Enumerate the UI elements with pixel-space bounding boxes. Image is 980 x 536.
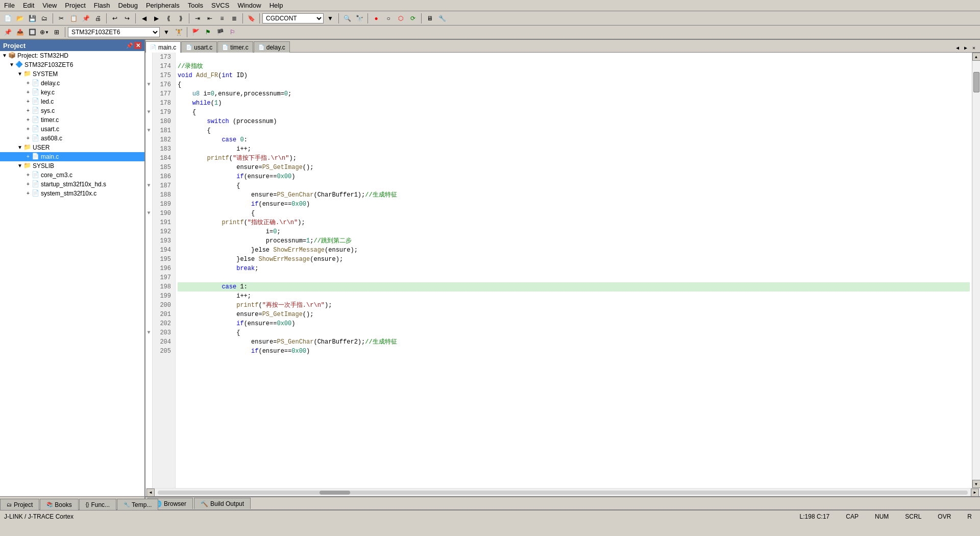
tab-books[interactable]: 📚 Books: [40, 499, 78, 510]
expand-icon[interactable]: +: [24, 98, 32, 105]
hscrollbar[interactable]: ◀ ▶: [145, 488, 980, 496]
device-combo-arrow[interactable]: ▼: [161, 27, 172, 38]
combo-arrow[interactable]: ▼: [325, 13, 336, 24]
expand-icon[interactable]: ▼: [8, 61, 15, 68]
expand-icon[interactable]: +: [24, 126, 32, 133]
tree-item-system-stm32[interactable]: + 📄 system_stm32f10x.c: [0, 189, 144, 198]
code-editor[interactable]: ▼ ▼ ▼ ▼ ▼: [145, 53, 980, 488]
indent2-btn[interactable]: ≡: [216, 13, 228, 24]
fold-181[interactable]: ▼: [145, 126, 152, 135]
tree-item-system[interactable]: ▼ 📁 SYSTEM: [0, 69, 144, 79]
flag-btn[interactable]: 🚩: [190, 27, 201, 38]
hscroll-right-btn[interactable]: ▶: [971, 489, 979, 497]
tree-item-syslib[interactable]: ▼ 📁 SYSLIB: [0, 161, 144, 170]
view-btn[interactable]: 🖥: [424, 13, 435, 24]
nav-back-btn[interactable]: ◀: [138, 13, 150, 24]
unindent-btn[interactable]: ⇤: [204, 13, 215, 24]
save-btn[interactable]: 💾: [27, 13, 38, 24]
fold-179[interactable]: ▼: [145, 108, 152, 117]
browse-btn[interactable]: 🔭: [354, 13, 365, 24]
tab-delay-c[interactable]: 📄 delay.c: [254, 41, 290, 53]
tab-functions[interactable]: {} Func...: [79, 499, 116, 510]
undo-btn[interactable]: ↩: [109, 13, 120, 24]
flag4-btn[interactable]: ⚐: [227, 27, 238, 38]
pause-btn[interactable]: ○: [383, 13, 394, 24]
pin-icon[interactable]: 📌: [126, 42, 133, 49]
tree-item-sys[interactable]: + 📄 sys.c: [0, 106, 144, 115]
flag2-btn[interactable]: ⚑: [202, 27, 213, 38]
reset-btn[interactable]: ⟳: [407, 13, 419, 24]
toolbar2-btn4[interactable]: ⊕▼: [39, 27, 50, 38]
indent-btn[interactable]: ⇥: [192, 13, 203, 24]
menu-view[interactable]: View: [38, 1, 61, 10]
toolbar2-btn5[interactable]: ⊞: [51, 27, 62, 38]
tab-left-btn[interactable]: ◀: [953, 44, 962, 52]
tree-item-main[interactable]: + 📄 main.c: [0, 152, 144, 161]
cut-btn[interactable]: ✂: [56, 13, 67, 24]
menu-file[interactable]: File: [0, 1, 19, 10]
expand-icon[interactable]: +: [24, 172, 32, 179]
expand-icon[interactable]: +: [24, 80, 32, 87]
toolbar2-btn1[interactable]: 📌: [2, 27, 13, 38]
menu-svcs[interactable]: SVCS: [207, 1, 233, 10]
menu-help[interactable]: Help: [265, 1, 287, 10]
nav-fwd-btn[interactable]: ▶: [151, 13, 162, 24]
expand-icon[interactable]: ▼: [16, 162, 23, 169]
print-btn[interactable]: 🖨: [92, 13, 104, 24]
expand-icon[interactable]: +: [24, 89, 32, 96]
fold-203[interactable]: ▼: [145, 328, 152, 337]
tree-item-corecm3[interactable]: + 📄 core_cm3.c: [0, 170, 144, 180]
scroll-down-btn[interactable]: ▼: [972, 480, 981, 488]
tab-main-c[interactable]: 📄 main.c: [145, 41, 181, 53]
tree-item-usart[interactable]: + 📄 usart.c: [0, 125, 144, 134]
tab-project[interactable]: 🗂 Project: [0, 499, 39, 510]
expand-icon[interactable]: +: [24, 135, 32, 142]
tree-item-delay[interactable]: + 📄 delay.c: [0, 79, 144, 88]
tree-item-startup[interactable]: + 📄 startup_stm32f10x_hd.s: [0, 180, 144, 189]
toolbar2-btn3[interactable]: 🔲: [27, 27, 38, 38]
tree-item-timer[interactable]: + 📄 timer.c: [0, 115, 144, 125]
expand-icon[interactable]: ▼: [1, 52, 8, 59]
close-icon[interactable]: ✕: [134, 42, 141, 49]
tab-timer-c[interactable]: 📄 timer.c: [217, 41, 253, 53]
device-combo[interactable]: STM32F103ZET6: [68, 27, 160, 37]
tree-item-led[interactable]: + 📄 led.c: [0, 97, 144, 106]
expand-icon[interactable]: ▼: [16, 70, 23, 78]
menu-peripherals[interactable]: Peripherals: [142, 1, 184, 10]
expand-icon[interactable]: +: [24, 107, 32, 114]
fold-176[interactable]: ▼: [145, 80, 152, 89]
unindent2-btn[interactable]: ≣: [229, 13, 240, 24]
hscroll-left-btn[interactable]: ◀: [146, 489, 155, 497]
expand-icon[interactable]: +: [24, 116, 32, 124]
menu-window[interactable]: Window: [233, 1, 265, 10]
load-btn[interactable]: 🏋: [173, 27, 184, 38]
tab-templates[interactable]: 🔧 Temp...: [117, 499, 158, 510]
expand-icon[interactable]: +: [24, 181, 32, 188]
scroll-thumb[interactable]: [973, 72, 979, 92]
tree-item-stm32[interactable]: ▼ 🔷 STM32F103ZET6: [0, 60, 144, 69]
tab-right-btn[interactable]: ▶: [962, 44, 970, 52]
menu-project[interactable]: Project: [61, 1, 89, 10]
tree-item-project[interactable]: ▼ 📦 Project: STM32HD: [0, 51, 144, 60]
fold-187[interactable]: ▼: [145, 181, 152, 190]
run-btn[interactable]: ●: [371, 13, 382, 24]
flag3-btn[interactable]: 🏴: [214, 27, 226, 38]
tree-item-key[interactable]: + 📄 key.c: [0, 88, 144, 97]
stop-btn[interactable]: ⬡: [395, 13, 406, 24]
paste-btn[interactable]: 📌: [80, 13, 91, 24]
search-btn[interactable]: 🔍: [341, 13, 353, 24]
hscroll-thumb[interactable]: [320, 491, 350, 495]
target-combo[interactable]: CGDCONT: [262, 13, 324, 23]
settings-btn[interactable]: 🔧: [436, 13, 448, 24]
code-content[interactable]: //录指纹 void Add_FR(int ID) { u8 i=0,ensur…: [176, 53, 972, 488]
menu-debug[interactable]: Debug: [114, 1, 142, 10]
save-all-btn[interactable]: 🗂: [39, 13, 50, 24]
fold-190[interactable]: ▼: [145, 209, 152, 218]
open-btn[interactable]: 📂: [14, 13, 26, 24]
redo-btn[interactable]: ↪: [121, 13, 133, 24]
toolbar2-btn2[interactable]: 📤: [14, 27, 26, 38]
copy-btn[interactable]: 📋: [68, 13, 79, 24]
nav-back2-btn[interactable]: ⟪: [163, 13, 174, 24]
scroll-up-btn[interactable]: ▲: [972, 53, 981, 61]
new-file-btn[interactable]: 📄: [2, 13, 13, 24]
